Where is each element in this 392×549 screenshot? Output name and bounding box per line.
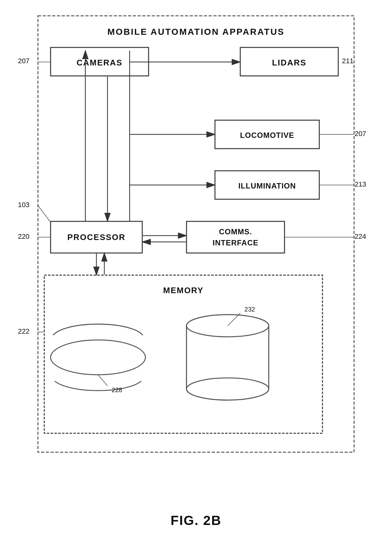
svg-text:PROCESSOR: PROCESSOR (67, 232, 126, 242)
svg-point-65 (51, 340, 145, 375)
svg-text:ILLUMINATION: ILLUMINATION (238, 182, 296, 190)
page-container: MOBILE AUTOMATION APPARATUS CAMERAS LIDA… (0, 0, 392, 549)
svg-text:222: 222 (18, 327, 30, 335)
svg-text:207: 207 (18, 57, 30, 65)
svg-text:232: 232 (244, 306, 255, 313)
svg-text:MEMORY: MEMORY (163, 286, 204, 295)
svg-text:213: 213 (355, 180, 366, 188)
svg-text:CAMERAS: CAMERAS (77, 58, 122, 67)
svg-text:103: 103 (18, 201, 30, 209)
svg-text:211: 211 (342, 57, 354, 65)
full-diagram: MOBILE AUTOMATION APPARATUS CAMERAS LIDA… (0, 0, 392, 549)
svg-text:INTERFACE: INTERFACE (212, 238, 258, 247)
svg-text:228: 228 (112, 386, 122, 393)
svg-point-73 (187, 378, 269, 400)
svg-text:FIG. 2B: FIG. 2B (170, 513, 221, 528)
svg-text:207: 207 (355, 130, 366, 138)
svg-rect-53 (187, 221, 285, 253)
svg-text:220: 220 (18, 232, 30, 240)
svg-text:MOBILE AUTOMATION APPARATUS: MOBILE AUTOMATION APPARATUS (107, 27, 285, 37)
full-svg: MOBILE AUTOMATION APPARATUS CAMERAS LIDA… (0, 0, 392, 549)
svg-text:LOCOMOTIVE: LOCOMOTIVE (240, 131, 294, 139)
svg-text:224: 224 (355, 232, 366, 240)
svg-text:LIDARS: LIDARS (272, 58, 307, 67)
svg-text:COMMS.: COMMS. (219, 227, 252, 236)
